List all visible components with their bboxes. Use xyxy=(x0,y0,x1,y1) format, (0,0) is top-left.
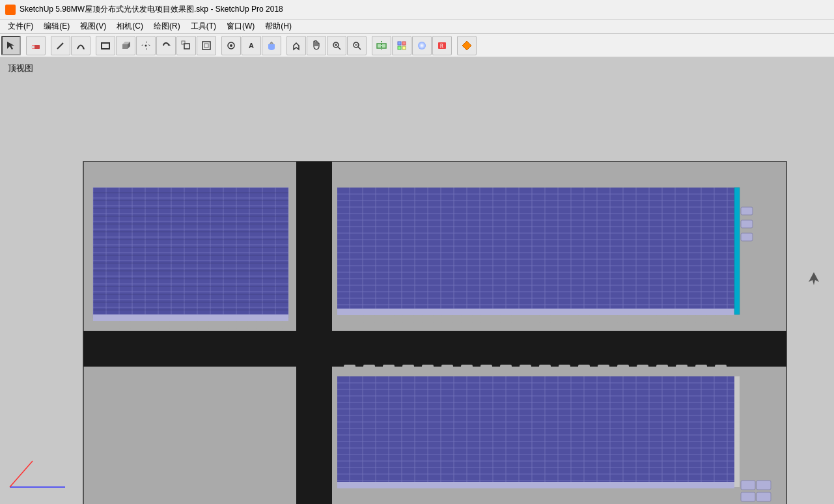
offset-tool-button[interactable] xyxy=(197,36,216,55)
svg-rect-176 xyxy=(695,315,707,323)
svg-rect-167 xyxy=(520,315,531,323)
menu-window[interactable]: 窗口(W) xyxy=(221,20,260,33)
svg-marker-43 xyxy=(462,41,471,50)
menu-tools[interactable]: 工具(T) xyxy=(186,20,221,33)
tape-measure-tool-button[interactable] xyxy=(221,36,241,55)
svg-rect-175 xyxy=(676,315,688,323)
svg-rect-234 xyxy=(402,365,414,372)
rectangle-tool-button[interactable] xyxy=(96,36,115,55)
svg-rect-100 xyxy=(158,321,170,329)
svg-rect-3 xyxy=(31,46,35,48)
svg-rect-177 xyxy=(715,315,727,323)
svg-rect-171 xyxy=(598,315,609,323)
svg-rect-244 xyxy=(598,365,609,372)
svg-rect-243 xyxy=(578,365,590,372)
svg-rect-104 xyxy=(236,321,248,329)
svg-rect-165 xyxy=(480,315,492,323)
toolbar: A R xyxy=(0,34,834,57)
menu-file[interactable]: 文件(F) xyxy=(3,20,38,33)
canvas-area[interactable]: 2007 阳光工匠光伏论坛 BBS.21SPV.COM xyxy=(0,57,834,504)
svg-rect-240 xyxy=(520,365,531,372)
material-browser-button[interactable] xyxy=(412,36,432,55)
svg-rect-235 xyxy=(422,365,434,372)
svg-rect-47 xyxy=(83,331,786,367)
svg-marker-14 xyxy=(141,44,145,46)
svg-marker-12 xyxy=(146,41,147,45)
svg-rect-245 xyxy=(617,365,629,372)
svg-point-24 xyxy=(230,44,232,47)
pencil-tool-button[interactable] xyxy=(51,36,70,55)
arc-tool-button[interactable] xyxy=(71,36,90,55)
rotate-tool-button[interactable] xyxy=(156,36,176,55)
svg-rect-106 xyxy=(271,321,283,329)
svg-rect-101 xyxy=(178,321,189,329)
svg-rect-179 xyxy=(741,207,753,215)
svg-rect-99 xyxy=(139,321,150,329)
svg-rect-231 xyxy=(344,365,355,372)
section-plane-button[interactable] xyxy=(372,36,391,55)
svg-rect-178 xyxy=(734,188,740,315)
svg-rect-254 xyxy=(741,492,755,501)
ruby-console-button[interactable]: R xyxy=(432,36,452,55)
svg-rect-242 xyxy=(559,365,570,372)
svg-rect-252 xyxy=(741,481,755,490)
svg-rect-236 xyxy=(441,365,453,372)
svg-marker-17 xyxy=(169,44,171,46)
menu-camera[interactable]: 相机(C) xyxy=(111,20,148,33)
eraser-tool-button[interactable] xyxy=(26,36,46,55)
svg-rect-96 xyxy=(93,315,288,321)
svg-rect-181 xyxy=(741,233,753,241)
pan-tool-button[interactable] xyxy=(307,36,326,55)
svg-rect-250 xyxy=(715,365,727,372)
svg-rect-105 xyxy=(256,321,268,329)
select-tool-button[interactable] xyxy=(1,36,21,55)
menu-draw[interactable]: 绘图(R) xyxy=(148,20,186,33)
dimension-tool-button[interactable]: A xyxy=(242,36,261,55)
window-title: SketchUp 5.98MW屋顶分布式光伏发电项目效果图.skp - Sket… xyxy=(20,4,283,15)
svg-rect-169 xyxy=(559,315,570,323)
svg-rect-9 xyxy=(122,44,128,49)
push-pull-tool-button[interactable] xyxy=(116,36,135,55)
svg-rect-38 xyxy=(398,46,401,49)
svg-rect-172 xyxy=(617,315,629,323)
svg-rect-158 xyxy=(344,315,355,323)
svg-rect-21 xyxy=(202,42,210,49)
svg-rect-170 xyxy=(578,315,590,323)
svg-rect-161 xyxy=(402,315,414,323)
svg-rect-26 xyxy=(268,44,275,48)
svg-line-28 xyxy=(338,47,341,49)
svg-rect-103 xyxy=(217,321,229,329)
svg-rect-248 xyxy=(676,365,688,372)
svg-rect-97 xyxy=(100,321,111,329)
svg-marker-13 xyxy=(146,46,147,50)
menu-edit[interactable]: 编辑(E) xyxy=(38,20,75,33)
svg-rect-249 xyxy=(695,365,707,372)
paint-bucket-tool-button[interactable] xyxy=(262,36,281,55)
zoom-extents-tool-button[interactable] xyxy=(347,36,367,55)
menu-view[interactable]: 视图(V) xyxy=(75,20,111,33)
extension-button[interactable] xyxy=(457,36,477,55)
svg-rect-98 xyxy=(119,321,131,329)
svg-rect-162 xyxy=(422,315,434,323)
viewport-svg: 2007 阳光工匠光伏论坛 BBS.21SPV.COM xyxy=(0,57,834,504)
svg-point-40 xyxy=(418,42,426,49)
menu-help[interactable]: 帮助(H) xyxy=(260,20,297,33)
svg-rect-163 xyxy=(441,315,453,323)
svg-rect-239 xyxy=(500,365,512,372)
zoom-tool-button[interactable] xyxy=(327,36,346,55)
svg-marker-15 xyxy=(146,44,150,46)
app-logo xyxy=(5,5,16,15)
svg-rect-233 xyxy=(383,365,395,372)
main-area: 顶视图 xyxy=(0,57,834,504)
svg-rect-173 xyxy=(637,315,648,323)
component-browser-button[interactable] xyxy=(392,36,411,55)
svg-rect-168 xyxy=(539,315,551,323)
svg-text:R: R xyxy=(440,44,443,49)
svg-line-32 xyxy=(358,47,361,49)
walk-tool-button[interactable] xyxy=(286,36,306,55)
move-tool-button[interactable] xyxy=(136,36,156,55)
svg-rect-182 xyxy=(337,376,734,487)
scale-tool-button[interactable] xyxy=(176,36,196,55)
svg-rect-36 xyxy=(398,42,401,45)
svg-rect-253 xyxy=(757,481,771,490)
